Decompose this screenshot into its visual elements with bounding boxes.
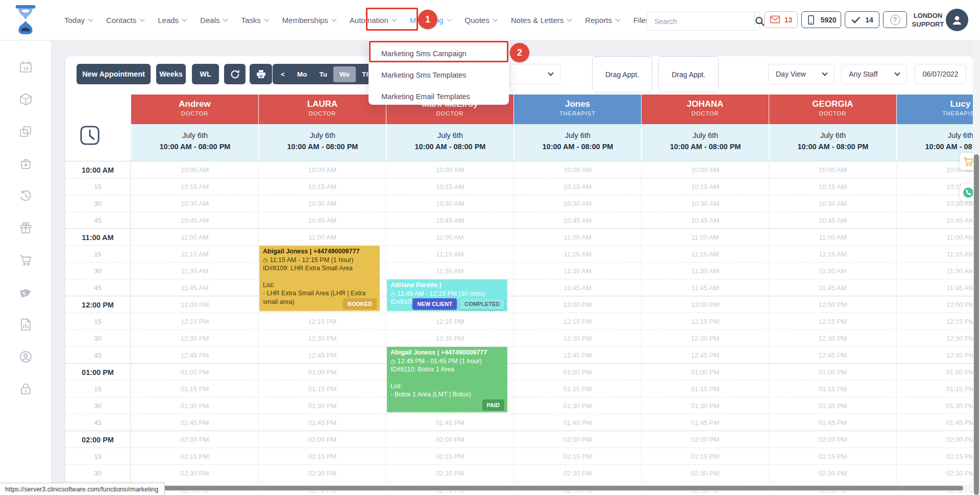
- time-slot-cell[interactable]: 11:15 AM: [386, 246, 513, 263]
- calendar-12-icon[interactable]: 12: [19, 60, 33, 74]
- time-slot-cell[interactable]: 02:30 PM: [513, 465, 641, 482]
- time-slot-cell[interactable]: 02:15 PM: [131, 448, 258, 465]
- time-slot-cell[interactable]: 11:45 AM: [896, 279, 973, 296]
- staff-header-jones[interactable]: JonesTHERAPIST: [513, 95, 641, 124]
- time-slot-cell[interactable]: 10:00 AM: [769, 161, 896, 178]
- clinic-software-logo[interactable]: [12, 4, 39, 36]
- time-slot-cell[interactable]: 02:00 PM: [131, 431, 258, 448]
- menu-item-marketing-sms-templates[interactable]: Marketing Sms Templates: [369, 66, 509, 84]
- time-slot-cell[interactable]: 10:30 AM: [513, 195, 641, 212]
- time-slot-cell[interactable]: 12:45 PM: [769, 347, 896, 364]
- time-slot-cell[interactable]: 12:15 PM: [386, 313, 513, 330]
- time-slot-cell[interactable]: 01:45 PM: [641, 414, 769, 431]
- time-slot-cell[interactable]: 02:00 PM: [896, 431, 973, 448]
- time-slot-cell[interactable]: 10:45 AM: [896, 212, 973, 229]
- time-slot-cell[interactable]: 11:30 AM: [641, 263, 769, 279]
- time-slot-cell[interactable]: 11:00 AM: [641, 229, 769, 246]
- time-slot-cell[interactable]: 12:30 PM: [896, 330, 973, 347]
- report-chart-icon[interactable]: [19, 318, 33, 332]
- staff-header-lucy[interactable]: LucyTHERAPIST: [896, 95, 973, 124]
- time-slot-cell[interactable]: 12:30 PM: [641, 330, 769, 347]
- time-slot-cell[interactable]: 10:30 AM: [131, 195, 258, 212]
- calls-button[interactable]: 5920: [801, 11, 841, 28]
- time-slot-cell[interactable]: 10:45 AM: [769, 212, 896, 229]
- time-slot-cell[interactable]: 01:30 PM: [896, 397, 973, 414]
- tasks-button[interactable]: 14: [845, 11, 879, 28]
- time-slot-cell[interactable]: 12:30 PM: [258, 330, 386, 347]
- weeks-button[interactable]: Weeks: [156, 64, 186, 84]
- nav-item-leads[interactable]: Leads: [158, 16, 186, 25]
- messages-button[interactable]: 13: [764, 11, 798, 28]
- price-tag-icon[interactable]: $: [19, 286, 33, 299]
- time-slot-cell[interactable]: 10:00 AM: [386, 161, 513, 178]
- time-slot-cell[interactable]: 01:45 PM: [386, 414, 513, 431]
- time-slot-cell[interactable]: 12:15 PM: [769, 313, 896, 330]
- time-slot-cell[interactable]: 12:45 PM: [641, 347, 769, 364]
- time-slot-cell[interactable]: 11:45 AM: [131, 279, 258, 296]
- time-slot-cell[interactable]: 02:15 PM: [386, 448, 513, 465]
- gift-icon[interactable]: [19, 221, 33, 235]
- time-slot-cell[interactable]: 11:15 AM: [641, 246, 769, 263]
- time-slot-cell[interactable]: 02:15 PM: [896, 448, 973, 465]
- time-slot-cell[interactable]: 10:15 AM: [131, 178, 258, 195]
- time-slot-cell[interactable]: 01:45 PM: [513, 414, 641, 431]
- time-slot-cell[interactable]: 11:15 AM: [131, 246, 258, 263]
- time-slot-cell[interactable]: 10:30 AM: [386, 195, 513, 212]
- time-slot-cell[interactable]: 01:30 PM: [641, 397, 769, 414]
- appointment-block[interactable]: Abigail Joness | +447490009777◷11:15 AM …: [259, 246, 380, 312]
- day-button-tu[interactable]: Tu: [313, 66, 333, 82]
- search-input[interactable]: [647, 12, 754, 30]
- day-button-we[interactable]: We: [333, 66, 356, 82]
- time-slot-cell[interactable]: 10:00 AM: [513, 161, 641, 178]
- time-slot-cell[interactable]: 01:15 PM: [896, 381, 973, 397]
- staff-header-johana[interactable]: JOHANADOCTOR: [641, 95, 769, 124]
- nav-item-contacts[interactable]: Contacts: [106, 16, 144, 25]
- time-slot-cell[interactable]: 12:30 PM: [131, 330, 258, 347]
- horizontal-scrollbar-thumb[interactable]: [155, 486, 963, 490]
- time-slot-cell[interactable]: 12:00 PM: [513, 296, 641, 313]
- time-slot-cell[interactable]: 10:30 AM: [641, 195, 769, 212]
- time-slot-cell[interactable]: 01:00 PM: [769, 364, 896, 381]
- time-slot-cell[interactable]: 02:15 PM: [258, 448, 386, 465]
- time-slot-cell[interactable]: 10:45 AM: [513, 212, 641, 229]
- time-slot-cell[interactable]: 02:15 PM: [769, 448, 896, 465]
- time-slot-cell[interactable]: 02:30 PM: [131, 465, 258, 482]
- time-slot-cell[interactable]: 10:30 AM: [769, 195, 896, 212]
- staff-header-andrew[interactable]: AndrewDOCTOR: [131, 95, 258, 124]
- time-slot-cell[interactable]: 01:45 PM: [131, 414, 258, 431]
- time-slot-cell[interactable]: 11:30 AM: [131, 263, 258, 279]
- time-slot-cell[interactable]: 11:00 AM: [131, 229, 258, 246]
- appointment-block[interactable]: Abigail Joness | +447490009777◷12:45 PM …: [387, 347, 507, 413]
- nav-item-deals[interactable]: Deals: [200, 16, 227, 25]
- time-slot-cell[interactable]: 12:15 PM: [513, 313, 641, 330]
- time-slot-cell[interactable]: 02:30 PM: [769, 465, 896, 482]
- time-slot-cell[interactable]: 11:30 AM: [513, 263, 641, 279]
- time-slot-cell[interactable]: 11:00 AM: [513, 229, 641, 246]
- nav-item-memberships[interactable]: Memberships: [282, 16, 336, 25]
- time-slot-cell[interactable]: 10:15 AM: [386, 178, 513, 195]
- time-slot-cell[interactable]: 10:45 AM: [258, 212, 386, 229]
- time-slot-cell[interactable]: 10:15 AM: [641, 178, 769, 195]
- time-slot-cell[interactable]: 02:30 PM: [258, 465, 386, 482]
- time-slot-cell[interactable]: 10:00 AM: [641, 161, 769, 178]
- time-slot-cell[interactable]: 11:30 AM: [386, 263, 513, 279]
- time-slot-cell[interactable]: 12:00 PM: [896, 296, 973, 313]
- time-slot-cell[interactable]: 11:30 AM: [896, 263, 973, 279]
- time-slot-cell[interactable]: 10:15 AM: [258, 178, 386, 195]
- time-slot-cell[interactable]: 10:45 AM: [641, 212, 769, 229]
- padlock-icon[interactable]: [19, 382, 33, 396]
- time-slot-cell[interactable]: 10:45 AM: [131, 212, 258, 229]
- time-slot-cell[interactable]: 12:30 PM: [769, 330, 896, 347]
- time-slot-cell[interactable]: 10:45 AM: [386, 212, 513, 229]
- time-slot-cell[interactable]: 10:30 AM: [258, 195, 386, 212]
- time-slot-cell[interactable]: 12:00 PM: [131, 296, 258, 313]
- shopping-cart-icon[interactable]: [19, 253, 33, 267]
- time-slot-cell[interactable]: 02:15 PM: [641, 448, 769, 465]
- time-slot-cell[interactable]: 12:15 PM: [896, 313, 973, 330]
- time-slot-cell[interactable]: 12:15 PM: [258, 313, 386, 330]
- time-slot-cell[interactable]: 11:45 AM: [769, 279, 896, 296]
- time-slot-cell[interactable]: 10:15 AM: [769, 178, 896, 195]
- time-slot-cell[interactable]: 01:30 PM: [769, 397, 896, 414]
- time-slot-cell[interactable]: 02:00 PM: [641, 431, 769, 448]
- vertical-scrollbar[interactable]: [973, 41, 980, 495]
